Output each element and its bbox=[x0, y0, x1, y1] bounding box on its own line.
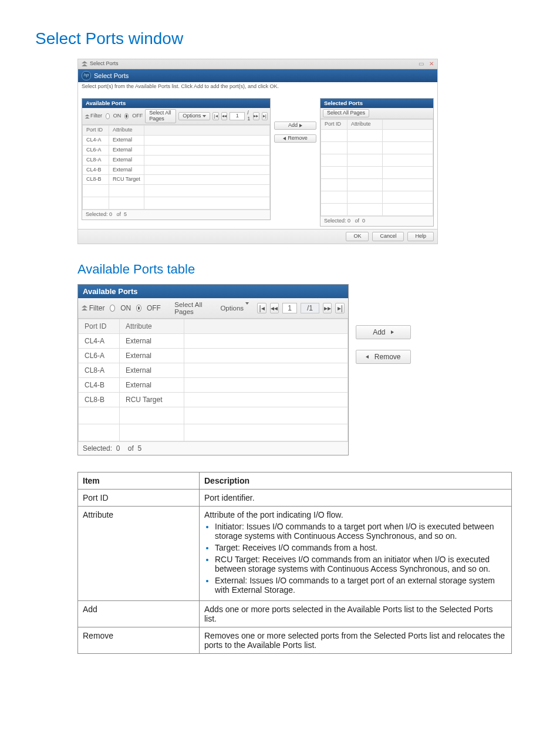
page-last-icon[interactable]: ▸| bbox=[335, 303, 345, 313]
list-item: RCU Target: Receives I/O commands from a… bbox=[215, 555, 507, 573]
available-ports-detail-panel: Available Ports Filter ON OFF Select All… bbox=[77, 284, 349, 455]
page-title: Select Ports window bbox=[35, 29, 525, 48]
table-row[interactable]: CL8-BRCU Target bbox=[83, 175, 270, 185]
available-ports-title: Available Ports bbox=[82, 99, 270, 108]
collapse-icon[interactable] bbox=[82, 61, 87, 66]
filter-collapse-icon[interactable] bbox=[82, 305, 86, 310]
window-title-text: Select Ports bbox=[90, 61, 119, 67]
filter-off-label: OFF bbox=[132, 113, 143, 119]
desc-item: Port ID bbox=[78, 489, 200, 506]
col-port-id: Port ID bbox=[83, 126, 109, 136]
add-button[interactable]: Add bbox=[356, 325, 411, 339]
filter-on-label: ON bbox=[120, 304, 131, 312]
window-instruction: Select port(s) from the Available Ports … bbox=[78, 82, 437, 96]
remove-button[interactable]: Remove bbox=[356, 350, 411, 364]
filter-off-radio[interactable] bbox=[124, 113, 129, 119]
table-row[interactable]: CL4-BExternal bbox=[83, 165, 270, 175]
desc-item: Attribute bbox=[78, 506, 200, 600]
available-detail-footer: Selected: 0 of 5 bbox=[78, 441, 348, 455]
select-ports-window: Select Ports ▭ ✕ hp Select Ports Select … bbox=[77, 59, 438, 244]
table-row[interactable]: CL4-BExternal bbox=[79, 377, 348, 392]
table-row[interactable]: CL4-AExternal bbox=[79, 333, 348, 348]
page-next-icon[interactable]: ▸▸ bbox=[253, 112, 259, 120]
close-icon[interactable]: ✕ bbox=[429, 60, 434, 67]
filter-on-radio[interactable] bbox=[110, 305, 115, 312]
table-row[interactable]: CL8-BRCU Target bbox=[79, 392, 348, 407]
desc-head-desc: Description bbox=[200, 472, 512, 489]
col-attribute: Attribute bbox=[120, 319, 184, 333]
col-attribute: Attribute bbox=[348, 120, 383, 130]
options-button[interactable]: Options bbox=[178, 112, 210, 120]
window-header-text: Select Ports bbox=[94, 72, 129, 79]
col-port-id: Port ID bbox=[79, 319, 120, 333]
options-button[interactable]: Options bbox=[215, 303, 254, 313]
ok-button[interactable]: OK bbox=[346, 232, 369, 241]
triangle-left-icon bbox=[366, 355, 369, 359]
select-all-pages-button[interactable]: Select All Pages bbox=[170, 300, 212, 316]
filter-label: Filter bbox=[89, 304, 105, 312]
desc-text: Removes one or more selected ports from … bbox=[200, 627, 512, 653]
triangle-right-icon bbox=[391, 330, 394, 334]
page-prev-icon[interactable]: ◂◂ bbox=[221, 112, 227, 120]
desc-text: Attribute of the port indicating I/O flo… bbox=[200, 506, 512, 600]
col-port-id: Port ID bbox=[321, 120, 348, 130]
available-ports-panel: Available Ports Filter ON OFF Select All… bbox=[82, 98, 271, 220]
chevron-down-icon bbox=[203, 115, 206, 117]
hp-logo-icon: hp bbox=[82, 71, 91, 80]
available-ports-grid[interactable]: Port IDAttribute CL4-AExternal CL6-AExte… bbox=[82, 125, 270, 210]
desc-text: Port identifier. bbox=[200, 489, 512, 506]
col-attribute: Attribute bbox=[109, 126, 144, 136]
table-row[interactable]: CL6-AExternal bbox=[83, 145, 270, 155]
filter-label: Filter bbox=[90, 113, 102, 119]
table-row[interactable]: CL4-AExternal bbox=[83, 135, 270, 145]
list-item: Target: Receives I/O commands from a hos… bbox=[215, 543, 507, 552]
selected-ports-title: Selected Ports bbox=[321, 99, 433, 108]
page-prev-icon[interactable]: ◂◂ bbox=[270, 303, 279, 313]
page-current[interactable]: 1 bbox=[230, 112, 245, 120]
selected-ports-panel: Selected Ports Select All Pages Port IDA… bbox=[320, 98, 434, 227]
select-all-pages-button[interactable]: Select All Pages bbox=[145, 109, 176, 123]
filter-off-label: OFF bbox=[147, 304, 161, 312]
page-first-icon[interactable]: |◂ bbox=[212, 112, 218, 120]
filter-collapse-icon[interactable] bbox=[85, 114, 88, 119]
available-ports-detail-grid[interactable]: Port IDAttribute CL4-AExternal CL6-AExte… bbox=[78, 319, 348, 441]
triangle-left-icon bbox=[283, 137, 286, 140]
list-item: Initiator: Issues I/O commands to a targ… bbox=[215, 522, 507, 541]
selected-toolbar: Select All Pages bbox=[321, 108, 433, 119]
chevron-down-icon bbox=[245, 302, 249, 312]
available-ports-detail-title: Available Ports bbox=[78, 285, 348, 298]
selected-ports-grid[interactable]: Port IDAttribute bbox=[321, 119, 433, 216]
remove-button[interactable]: Remove bbox=[274, 134, 316, 143]
window-header: hp Select Ports bbox=[78, 69, 437, 82]
desc-item: Add bbox=[78, 600, 200, 627]
available-toolbar: Filter ON OFF Select All Pages Options |… bbox=[82, 108, 270, 125]
selected-selected-footer: Selected: 0 of 0 bbox=[321, 216, 433, 226]
help-button[interactable]: Help bbox=[407, 232, 434, 241]
table-row[interactable]: CL8-AExternal bbox=[79, 363, 348, 377]
add-button[interactable]: Add bbox=[274, 121, 316, 130]
page-total: 1 bbox=[309, 304, 313, 312]
page-first-icon[interactable]: |◂ bbox=[257, 303, 266, 313]
desc-head-item: Item bbox=[78, 472, 200, 489]
window-titlebar: Select Ports ▭ ✕ bbox=[78, 59, 437, 69]
list-item: External: Issues I/O commands to a targe… bbox=[215, 576, 507, 595]
maximize-icon[interactable]: ▭ bbox=[419, 60, 424, 67]
available-detail-toolbar: Filter ON OFF Select All Pages Options |… bbox=[78, 298, 348, 319]
select-all-pages-button[interactable]: Select All Pages bbox=[323, 109, 369, 117]
page-next-icon[interactable]: ▸▸ bbox=[323, 303, 332, 313]
triangle-right-icon bbox=[299, 124, 302, 127]
page-last-icon[interactable]: ▸| bbox=[262, 112, 268, 120]
filter-on-radio[interactable] bbox=[106, 113, 110, 119]
table-row[interactable]: CL6-AExternal bbox=[79, 348, 348, 363]
desc-item: Remove bbox=[78, 627, 200, 653]
filter-off-radio[interactable] bbox=[136, 305, 141, 312]
page-total: 1 bbox=[247, 116, 250, 121]
dialog-button-bar: OK Cancel Help bbox=[78, 229, 437, 244]
cancel-button[interactable]: Cancel bbox=[372, 232, 404, 241]
page-current[interactable]: 1 bbox=[282, 303, 297, 313]
desc-text: Adds one or more ports selected in the A… bbox=[200, 600, 512, 627]
description-table: Item Description Port ID Port identifier… bbox=[77, 472, 512, 654]
available-selected-footer: Selected: 0 of 5 bbox=[82, 210, 270, 220]
filter-on-label: ON bbox=[113, 113, 122, 119]
table-row[interactable]: CL8-AExternal bbox=[83, 155, 270, 165]
